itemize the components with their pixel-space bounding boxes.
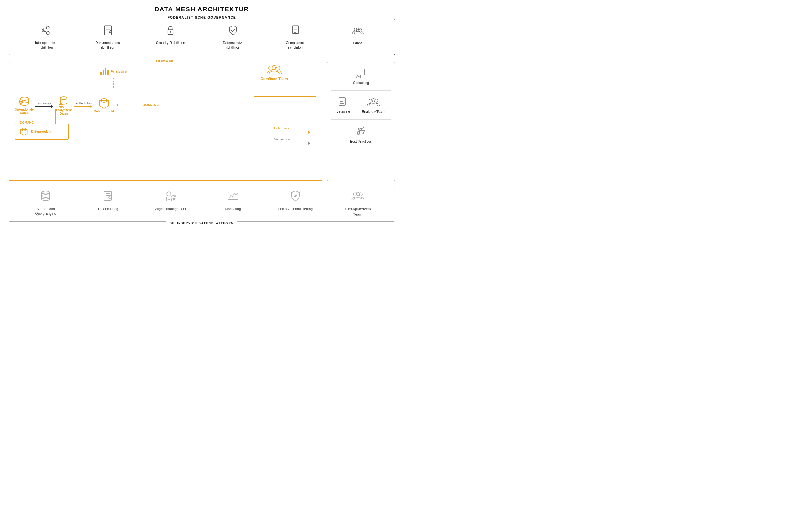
gov-item-interop: Interoperable-richtlinien bbox=[23, 24, 68, 50]
svg-point-2 bbox=[46, 32, 49, 35]
svg-point-52 bbox=[42, 194, 50, 197]
platform-item-policy-label: Policy-Automatisierung bbox=[278, 207, 313, 212]
doku-icon bbox=[102, 24, 114, 38]
analytische-daten-label: AnalytischeDaten bbox=[55, 108, 73, 115]
gilde-icon bbox=[352, 24, 364, 38]
verwendung-row: Verwendung bbox=[274, 137, 310, 145]
beispiele-label: Beispiele bbox=[336, 110, 350, 113]
svg-point-1 bbox=[46, 26, 49, 29]
svg-point-31 bbox=[19, 100, 23, 103]
gov-item-gilde-label: Gilde bbox=[353, 41, 363, 46]
consulting-label: Consulting bbox=[353, 81, 369, 85]
svg-point-5 bbox=[43, 30, 44, 31]
veroeffentlichen-arrow: veröffentlichen bbox=[74, 102, 92, 108]
analytics-dashed-line bbox=[113, 78, 114, 89]
platform-item-team: DatenplattformTeam bbox=[332, 190, 383, 217]
domäne-dashed-arrow bbox=[116, 103, 141, 106]
domaenen-team-label: Domänen Team bbox=[261, 77, 288, 81]
svg-line-3 bbox=[45, 28, 46, 30]
bottom-domain-cube-icon bbox=[19, 127, 28, 136]
platform-section: Storage andQuery Engine Datenkatalog bbox=[8, 187, 395, 222]
operationale-daten-label: OperationaleDaten bbox=[15, 108, 34, 115]
gov-item-datenschutz: Datenschutz-richtlinien bbox=[210, 24, 256, 50]
datenprodukt-label: Datenprodukt bbox=[94, 110, 114, 113]
datenfluss-label: Datenfluss bbox=[274, 127, 310, 130]
veroeffentlichen-label: veröffentlichen bbox=[75, 102, 91, 104]
right-panel: Consulting Beispiele bbox=[327, 62, 395, 181]
verwendung-arrow bbox=[274, 142, 310, 145]
datenfluss-row: Datenfluss bbox=[274, 127, 310, 134]
best-practices-label: Best Practices bbox=[350, 139, 372, 144]
platform-item-zugriff-label: Zugriffsmanagement bbox=[155, 207, 186, 212]
platform-item-monitoring-label: Monitoring bbox=[225, 207, 241, 212]
storage-icon bbox=[39, 190, 52, 205]
platform-section-label: SELF-SERVICE DATENPLATTFORM bbox=[166, 222, 237, 225]
gov-item-security: Security-Richtlinien bbox=[148, 24, 193, 45]
svg-point-63 bbox=[174, 196, 175, 197]
analytics-group: Analytics bbox=[100, 66, 127, 89]
svg-point-35 bbox=[60, 104, 62, 107]
operationale-daten-icon bbox=[18, 95, 31, 108]
platform-item-storage: Storage andQuery Engine bbox=[20, 190, 71, 216]
svg-point-11 bbox=[170, 32, 171, 33]
svg-point-53 bbox=[42, 198, 50, 201]
domäne-right-label: DOMÄNE bbox=[142, 103, 159, 107]
right-panel-enabler-team: Enabler-Team bbox=[362, 96, 386, 114]
domain-outer-box: DOMÄNE Analytics bbox=[8, 62, 322, 181]
gov-item-doku: Dokumentations-richtlinien bbox=[85, 24, 131, 50]
svg-rect-22 bbox=[100, 72, 102, 75]
gov-item-doku-label: Dokumentations-richtlinien bbox=[95, 41, 121, 50]
main-area: DOMÄNE Analytics bbox=[8, 62, 395, 181]
datenschutz-icon bbox=[227, 24, 239, 38]
platform-item-team-label: DatenplattformTeam bbox=[345, 207, 371, 217]
enabler-team-label: Enabler-Team bbox=[362, 110, 386, 114]
policy-icon bbox=[289, 190, 302, 205]
platform-item-zugriff: Zugriffsmanagement bbox=[145, 190, 196, 212]
platform-item-policy: Policy-Automatisierung bbox=[270, 190, 321, 212]
gov-item-compliance-label: Compliance-richtlinien bbox=[286, 41, 305, 50]
monitoring-icon bbox=[227, 190, 239, 205]
domain-section: DOMÄNE Analytics bbox=[8, 62, 322, 181]
domaenen-team-icon bbox=[266, 63, 283, 75]
security-icon bbox=[164, 24, 177, 38]
enabler-team-icon bbox=[366, 96, 381, 108]
datenprodukt: Datenprodukt bbox=[94, 97, 114, 113]
page-title: DATA MESH ARCHITEKTUR bbox=[8, 6, 395, 13]
svg-point-32 bbox=[60, 97, 67, 99]
operationale-daten: OperationaleDaten bbox=[15, 95, 34, 115]
beispiele-icon bbox=[338, 96, 348, 108]
aufnehmen-label: aufnehmen bbox=[38, 102, 51, 104]
consulting-icon bbox=[355, 66, 367, 79]
gov-item-gilde: Gilde bbox=[335, 24, 381, 46]
svg-point-33 bbox=[59, 103, 63, 108]
aufnehmen-arrow: aufnehmen bbox=[35, 102, 53, 108]
zugriff-icon bbox=[164, 190, 177, 205]
right-panel-consulting: Consulting bbox=[331, 66, 391, 85]
domaenen-team-group: Domänen Team bbox=[261, 63, 288, 81]
analytics-icon bbox=[100, 66, 109, 77]
domain-outer-label: DOMÄNE bbox=[152, 59, 178, 63]
verwendung-label: Verwendung bbox=[274, 137, 310, 141]
right-panel-middle-row: Beispiele Enabler-Team bbox=[331, 96, 391, 114]
platform-item-datenkatalog-label: Datenkatalog bbox=[98, 207, 118, 212]
best-practices-icon bbox=[355, 125, 367, 138]
analytische-daten: AnalytischeDaten bbox=[55, 95, 73, 115]
bottom-domain-box: DOMÄNE Datenprodukt bbox=[15, 124, 69, 139]
svg-rect-23 bbox=[103, 70, 104, 75]
bottom-datenprodukt-label: Datenprodukt bbox=[31, 130, 52, 133]
governance-section: FÖDERALISTISCHE GOVERNANCE Interoperable… bbox=[8, 19, 395, 55]
governance-items: Interoperable-richtlinien Dokumentations… bbox=[15, 22, 389, 50]
platform-items: Storage andQuery Engine Datenkatalog bbox=[15, 190, 389, 217]
gov-item-datenschutz-label: Datenschutz-richtlinien bbox=[223, 41, 243, 50]
right-arrows-group: Datenfluss Verwendung bbox=[274, 127, 310, 145]
gov-item-security-label: Security-Richtlinien bbox=[156, 41, 185, 45]
platform-item-datenkatalog: Datenkatalog bbox=[82, 190, 134, 212]
svg-rect-50 bbox=[358, 132, 359, 134]
datenplattform-team-icon bbox=[351, 190, 365, 205]
svg-rect-24 bbox=[105, 68, 106, 75]
platform-item-monitoring: Monitoring bbox=[208, 190, 258, 212]
platform-item-storage-label: Storage andQuery Engine bbox=[35, 207, 56, 216]
svg-point-62 bbox=[167, 192, 171, 196]
bottom-area: DOMÄNE Datenprodukt bbox=[15, 124, 316, 145]
svg-line-4 bbox=[45, 32, 46, 32]
